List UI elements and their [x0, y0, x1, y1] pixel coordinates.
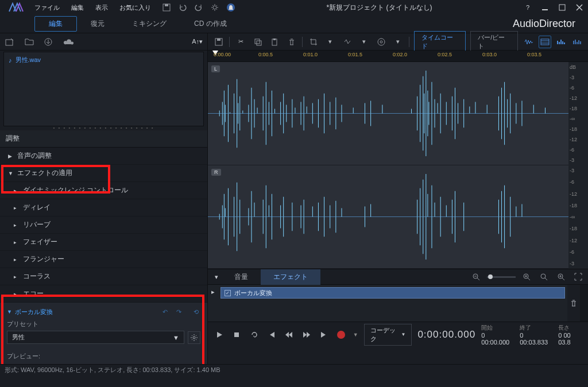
delete-icon[interactable] — [285, 36, 297, 48]
disc-menu-icon[interactable]: ▾ — [392, 36, 404, 48]
app-logo — [3, 0, 29, 15]
fx-clip[interactable]: ✓ ボーカル変換 — [220, 287, 565, 299]
undo-icon[interactable] — [177, 2, 188, 13]
vocal-title: ボーカル変換 — [15, 308, 53, 316]
view-spectral-icon[interactable] — [539, 36, 551, 48]
import-file-icon[interactable] — [5, 37, 15, 47]
vocal-reset-icon[interactable]: ⟲ — [191, 307, 200, 316]
adjust-header: 調整 — [0, 130, 207, 148]
fx-lane-toggle[interactable]: ▸ — [208, 285, 218, 322]
zoom-out-icon[interactable] — [470, 270, 482, 283]
preset-select[interactable]: 男性 ▼ — [7, 331, 184, 344]
import-folder-icon[interactable] — [24, 37, 34, 47]
fx-collapse-icon[interactable]: ▾ — [211, 273, 222, 281]
paste-icon[interactable] — [268, 36, 280, 48]
waveform-area[interactable]: L R — [208, 62, 588, 269]
menu-view[interactable]: 表示 — [90, 1, 114, 14]
fx-scrollbar[interactable] — [580, 285, 588, 322]
tree-flanger[interactable]: ▸フランジャー — [0, 251, 207, 268]
time-position: 0:00:00.000 — [417, 329, 475, 340]
redo-icon[interactable] — [194, 2, 204, 13]
view-meter-icon[interactable] — [555, 36, 567, 48]
tree-reverb[interactable]: ▸リバーブ — [0, 216, 207, 234]
save-icon[interactable] — [161, 2, 172, 13]
record-icon[interactable] — [335, 328, 347, 341]
notification-icon[interactable] — [226, 2, 236, 13]
channel-badge-right: R — [211, 169, 221, 176]
menu-file[interactable]: ファイル — [29, 1, 65, 14]
range-icon[interactable]: ▾ — [324, 36, 336, 48]
menu-edit[interactable]: 編集 — [65, 1, 90, 14]
title-bar: ファイル 編集 表示 お気に入り *新規プロジェクト (タイトルなし) ? — [0, 0, 588, 15]
status-bar: 形式: WAV, 96000Hz, 16-ビット, ステレオ, 長さ: 00:0… — [0, 364, 588, 376]
sort-button[interactable]: A↑▾ — [192, 38, 203, 45]
cloud-icon[interactable] — [63, 37, 74, 47]
tab-mix[interactable]: ミキシング — [118, 17, 180, 31]
svg-rect-11 — [255, 39, 260, 44]
menu-favorites[interactable]: お気に入り — [114, 1, 157, 14]
pill-barbeat[interactable]: バー/ビート — [470, 31, 518, 53]
svg-point-8 — [193, 336, 195, 339]
maximize-icon[interactable] — [557, 2, 567, 13]
range2-icon[interactable]: ▾ — [358, 36, 370, 48]
checkbox-icon[interactable]: ✓ — [225, 290, 231, 296]
chevron-down-icon: ▼ — [173, 334, 179, 341]
cut-icon[interactable]: ✂ — [234, 36, 246, 48]
download-icon[interactable] — [44, 37, 54, 47]
play-icon[interactable] — [214, 328, 225, 341]
fullscreen-icon[interactable] — [572, 270, 585, 283]
zoom-selection-icon[interactable] — [555, 270, 567, 283]
fx-delete-icon[interactable] — [567, 285, 580, 322]
tree-chorus[interactable]: ▸コーラス — [0, 268, 207, 285]
tree-echo[interactable]: ▸エコー — [0, 285, 207, 303]
minimize-icon[interactable] — [540, 2, 550, 13]
svg-line-24 — [477, 278, 479, 280]
prev-icon[interactable] — [266, 328, 277, 341]
tree-phaser[interactable]: ▸フェイザー — [0, 234, 207, 251]
timeline-ruler[interactable]: 0:00.00 0:00.5 0:01.0 0:01.5 0:02.0 0:02… — [208, 51, 588, 62]
channel-badge-left: L — [211, 65, 220, 72]
editor-toolbar: ✂ ▾ ▾ ▾ タイムコード バー/ビート — [208, 33, 588, 51]
waveform-right[interactable]: R — [208, 165, 568, 269]
copy-icon[interactable] — [252, 36, 264, 48]
zoom-slider[interactable] — [487, 276, 516, 278]
stop-icon[interactable] — [231, 328, 242, 341]
help-icon[interactable]: ? — [523, 2, 533, 13]
next-icon[interactable] — [318, 328, 330, 341]
vocal-redo-icon[interactable]: ↷ — [174, 307, 183, 316]
tree-apply-effects[interactable]: ▼エフェクトの適用 — [0, 165, 207, 182]
loop-icon[interactable] — [249, 328, 260, 341]
record-menu-icon[interactable]: ▼ — [353, 332, 358, 338]
view-wave-icon[interactable] — [523, 36, 535, 48]
waveform-left[interactable]: L — [208, 62, 568, 165]
codec-button[interactable]: コーデック▼ — [364, 324, 412, 346]
disc-icon[interactable] — [375, 36, 387, 48]
crop-icon[interactable] — [307, 36, 319, 48]
db-scale: dB -3 -6 -12 -18 -∞ -18 -12 -6 -3 -3 -6 … — [568, 62, 588, 269]
tree-delay[interactable]: ▸ディレイ — [0, 199, 207, 216]
normalize-icon[interactable] — [341, 36, 353, 48]
forward-icon[interactable] — [301, 328, 312, 341]
tree-dynamic[interactable]: ▸ダイナミックレンジ コントロール — [0, 182, 207, 199]
fx-tab-effects[interactable]: エフェクト — [261, 269, 320, 285]
view-bars-icon[interactable] — [571, 36, 583, 48]
zoom-in-icon[interactable] — [520, 270, 533, 283]
menu-bar: ファイル 編集 表示 お気に入り — [29, 1, 157, 14]
pill-timecode[interactable]: タイムコード — [414, 31, 466, 53]
radio-result[interactable]: 適用結果 — [7, 363, 200, 364]
file-item[interactable]: ♪ 男性.wav — [6, 55, 201, 65]
tree-audio-adjust[interactable]: ▶音声の調整 — [0, 148, 207, 165]
save-icon[interactable] — [212, 36, 225, 48]
settings-icon[interactable] — [210, 2, 220, 13]
vocal-undo-icon[interactable]: ↶ — [160, 307, 169, 316]
preset-settings-icon[interactable] — [188, 331, 200, 344]
file-name: 男性.wav — [16, 56, 41, 64]
rewind-icon[interactable] — [283, 328, 295, 341]
time-start: 開始 0 00:00.000 — [481, 324, 512, 346]
tab-edit[interactable]: 編集 — [34, 16, 77, 32]
zoom-fit-icon[interactable] — [537, 270, 550, 283]
close-icon[interactable] — [574, 2, 585, 13]
tab-cd[interactable]: CD の作成 — [180, 17, 241, 31]
tab-restore[interactable]: 復元 — [77, 17, 118, 31]
fx-tab-volume[interactable]: 音量 — [222, 269, 261, 285]
